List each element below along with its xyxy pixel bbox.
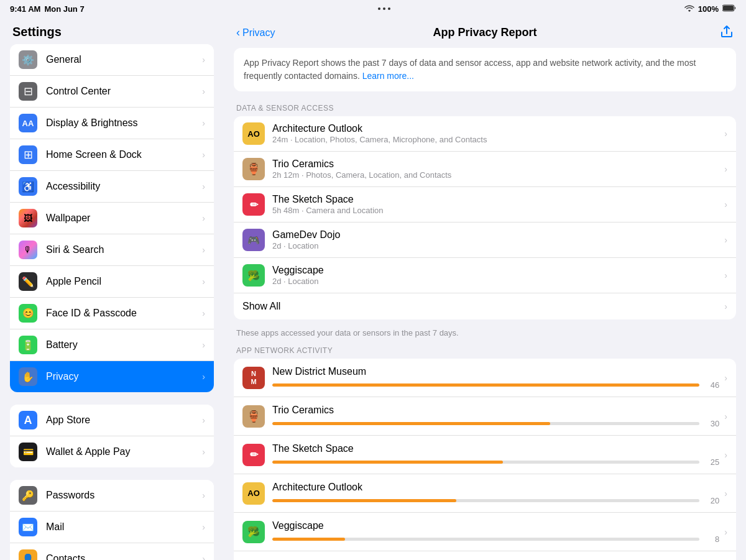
sidebar: Settings ⚙️ General › ⊟ Control Center ›… — [0, 17, 224, 560]
sketch-content: The Sketch Space 5h 48m · Camera and Loc… — [272, 194, 719, 215]
time: 9:41 AM — [10, 4, 40, 14]
sidebar-item-siri-label: Siri & Search — [46, 244, 104, 255]
sidebar-item-wallet-label: Wallet & Apple Pay — [46, 446, 130, 457]
sidebar-item-accessibility-label: Accessibility — [46, 181, 100, 192]
sketch2-app-icon: ✏ — [242, 444, 265, 466]
chevron-right-icon: › — [202, 118, 205, 128]
bar-item-ao2[interactable]: AO Architecture Outlook 20 › — [234, 474, 736, 513]
sidebar-group-1: ⚙️ General › ⊟ Control Center › AA Displ… — [10, 44, 214, 392]
ao2-bar-track — [272, 499, 699, 502]
contacts-icon: 👤 — [19, 549, 37, 560]
dot1 — [378, 7, 380, 10]
bar-item-ndm[interactable]: NM New District Museum 46 › — [234, 359, 736, 397]
sidebar-item-wallpaper[interactable]: 🖼 Wallpaper › — [10, 203, 214, 234]
share-button[interactable] — [720, 24, 734, 42]
ndm-bar-fill — [272, 383, 699, 387]
trio-content: Trio Ceramics 2h 12m · Photos, Camera, L… — [272, 158, 719, 180]
show-all-sensor[interactable]: Show All › — [234, 293, 736, 319]
trio2-bar-fill — [272, 422, 550, 425]
bar-item-sketch2[interactable]: ✏ The Sketch Space 25 › — [234, 436, 736, 474]
sidebar-item-privacy-label: Privacy — [46, 371, 78, 382]
learn-more-link[interactable]: Learn more... — [362, 71, 414, 81]
back-button[interactable]: ‹ Privacy — [236, 26, 275, 39]
sidebar-item-battery[interactable]: 🔋 Battery › — [10, 329, 214, 361]
bar-item-trio2[interactable]: 🏺 Trio Ceramics 30 › — [234, 397, 736, 436]
sidebar-item-mail[interactable]: ✉️ Mail › — [10, 512, 214, 543]
trio2-bar-track — [272, 422, 699, 425]
sketch2-name: The Sketch Space — [272, 443, 719, 454]
sidebar-item-contacts[interactable]: 👤 Contacts › — [10, 543, 214, 560]
faceid-icon: 😊 — [19, 304, 37, 323]
dot3 — [388, 7, 390, 10]
show-all-network[interactable]: Show All › — [234, 551, 736, 560]
sidebar-item-wallpaper-label: Wallpaper — [46, 213, 90, 224]
ndm-bar-track — [272, 383, 699, 387]
trio2-app-icon: 🏺 — [242, 405, 265, 428]
chevron-icon: › — [724, 373, 727, 383]
chevron-right-icon: › — [202, 415, 205, 425]
list-item-trio1[interactable]: 🏺 Trio Ceramics 2h 12m · Photos, Camera,… — [234, 152, 736, 187]
detail-panel: ‹ Privacy App Privacy Report App Privacy… — [224, 17, 746, 560]
sidebar-item-contacts-label: Contacts — [46, 553, 85, 560]
sidebar-item-faceid[interactable]: 😊 Face ID & Passcode › — [10, 298, 214, 329]
veggie2-bar-value: 8 — [704, 535, 719, 544]
ao2-name: Architecture Outlook — [272, 482, 719, 493]
chevron-icon: › — [724, 200, 727, 209]
ao2-bar-row: 20 — [272, 496, 719, 505]
accessibility-icon: ♿ — [19, 177, 37, 196]
privacy-icon: ✋ — [19, 367, 37, 386]
sidebar-item-control-center[interactable]: ⊟ Control Center › — [10, 76, 214, 108]
sidebar-item-siri[interactable]: 🎙 Siri & Search › — [10, 234, 214, 266]
data-sensor-footer: These apps accessed your data or sensors… — [234, 324, 736, 346]
chevron-right-icon: › — [202, 213, 205, 223]
list-item-gamedev[interactable]: 🎮 GameDev Dojo 2d · Location › — [234, 223, 736, 258]
sidebar-item-general[interactable]: ⚙️ General › — [10, 44, 214, 76]
sidebar-item-passwords-label: Passwords — [46, 490, 94, 501]
status-bar-left: 9:41 AM Mon Jun 7 — [10, 4, 85, 14]
veggie2-name: Veggiscape — [272, 520, 719, 531]
sidebar-item-wallet[interactable]: 💳 Wallet & Apple Pay › — [10, 436, 214, 467]
bar-item-veggie2[interactable]: 🥦 Veggiscape 8 › — [234, 513, 736, 551]
mail-icon: ✉️ — [19, 518, 37, 536]
sidebar-item-appstore[interactable]: A App Store › — [10, 405, 214, 436]
gamedev-sub: 2d · Location — [272, 241, 719, 250]
list-item-sketch1[interactable]: ✏ The Sketch Space 5h 48m · Camera and L… — [234, 187, 736, 223]
info-box: App Privacy Report shows the past 7 days… — [234, 48, 736, 91]
sidebar-item-home-screen[interactable]: ⊞ Home Screen & Dock › — [10, 139, 214, 171]
data-sensor-label: DATA & SENSOR ACCESS — [234, 104, 736, 112]
trio2-bar-row: 30 — [272, 419, 719, 428]
appstore-icon: A — [19, 411, 37, 429]
sidebar-item-accessibility[interactable]: ♿ Accessibility › — [10, 171, 214, 203]
chevron-right-icon: › — [202, 277, 205, 287]
chevron-right-icon: › — [202, 308, 205, 318]
battery: 100% — [698, 4, 719, 14]
ndm-name: New District Museum — [272, 366, 719, 377]
status-bar: 9:41 AM Mon Jun 7 100% — [0, 0, 746, 17]
display-icon: AA — [19, 114, 37, 132]
chevron-right-icon: › — [202, 554, 205, 560]
ao-content: Architecture Outlook 24m · Location, Pho… — [272, 123, 719, 144]
sidebar-item-pencil[interactable]: ✏️ Apple Pencil › — [10, 266, 214, 298]
gamedev-name: GameDev Dojo — [272, 229, 719, 241]
chevron-right-icon: › — [202, 447, 205, 457]
sidebar-item-passwords[interactable]: 🔑 Passwords › — [10, 480, 214, 512]
list-item-ao[interactable]: AO Architecture Outlook 24m · Location, … — [234, 116, 736, 152]
dot2 — [383, 7, 385, 10]
svg-rect-1 — [723, 6, 734, 11]
wallpaper-icon: 🖼 — [19, 209, 37, 227]
chevron-icon: › — [724, 450, 727, 460]
veggie2-bar-fill — [272, 538, 345, 541]
app-network-list: NM New District Museum 46 › � — [234, 359, 736, 560]
sidebar-item-privacy[interactable]: ✋ Privacy › — [10, 361, 214, 392]
veggie-name: Veggiscape — [272, 265, 719, 276]
sidebar-item-general-label: General — [46, 54, 81, 65]
sidebar-group-2: A App Store › 💳 Wallet & Apple Pay › — [10, 405, 214, 467]
detail-title: App Privacy Report — [433, 26, 536, 39]
sidebar-item-display[interactable]: AA Display & Brightness › — [10, 108, 214, 139]
ao2-bar-value: 20 — [704, 496, 719, 505]
back-label: Privacy — [242, 27, 275, 39]
list-item-veggie1[interactable]: 🥦 Veggiscape 2d · Location › — [234, 258, 736, 293]
gamedev-app-icon: 🎮 — [242, 229, 265, 251]
battery-icon — [722, 4, 736, 14]
show-all-sensor-label: Show All — [242, 301, 280, 312]
